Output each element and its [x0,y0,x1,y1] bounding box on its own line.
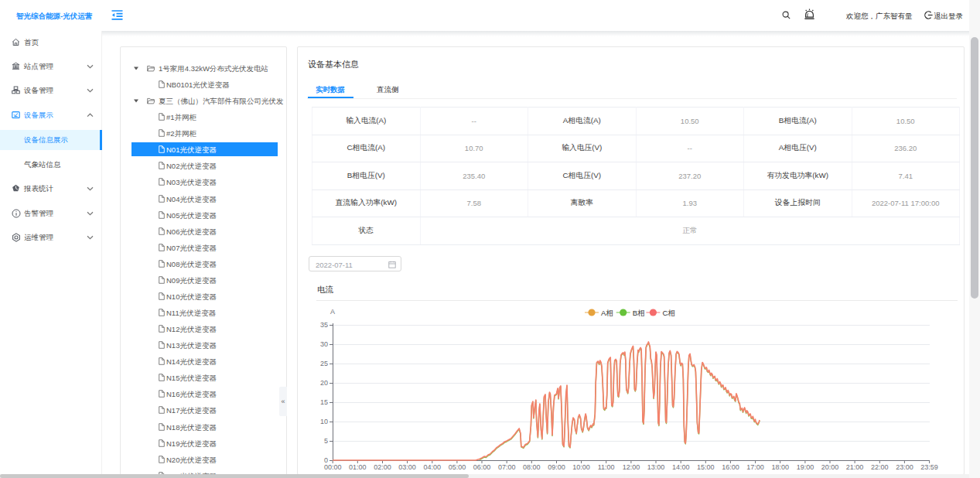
svg-text:18:00: 18:00 [771,463,789,471]
svg-text:23:00: 23:00 [896,463,913,471]
svg-text:15: 15 [320,398,328,406]
svg-text:07:00: 07:00 [498,463,516,471]
svg-text:09:00: 09:00 [548,463,565,471]
svg-text:A相: A相 [601,309,613,317]
svg-text:10:00: 10:00 [572,463,590,471]
svg-text:06:00: 06:00 [473,463,491,471]
svg-text:10: 10 [320,418,328,425]
svg-text:21:00: 21:00 [846,463,864,471]
svg-text:35: 35 [320,321,328,329]
svg-text:22:00: 22:00 [871,463,889,471]
svg-text:5: 5 [324,437,328,445]
svg-text:19:00: 19:00 [797,463,814,471]
svg-text:03:00: 03:00 [398,463,416,471]
svg-text:15:00: 15:00 [697,463,715,471]
svg-text:00:00: 00:00 [324,463,342,471]
svg-text:C相: C相 [662,309,674,317]
svg-text:20: 20 [320,379,328,387]
svg-text:23:59: 23:59 [920,463,938,471]
svg-text:05:00: 05:00 [449,463,466,471]
svg-text:30: 30 [320,340,328,348]
svg-text:11:00: 11:00 [598,463,615,471]
svg-text:25: 25 [320,360,328,367]
svg-text:08:00: 08:00 [523,463,541,471]
svg-text:04:00: 04:00 [424,463,442,471]
svg-text:01:00: 01:00 [349,463,367,471]
svg-text:A: A [330,308,335,316]
svg-text:14:00: 14:00 [672,463,690,471]
svg-text:17:00: 17:00 [746,463,764,471]
svg-text:20:00: 20:00 [821,463,839,471]
svg-text:16:00: 16:00 [722,463,739,471]
svg-text:B相: B相 [633,309,645,317]
svg-text:12:00: 12:00 [623,463,640,471]
svg-text:02:00: 02:00 [374,463,391,471]
svg-text:13:00: 13:00 [647,463,665,471]
